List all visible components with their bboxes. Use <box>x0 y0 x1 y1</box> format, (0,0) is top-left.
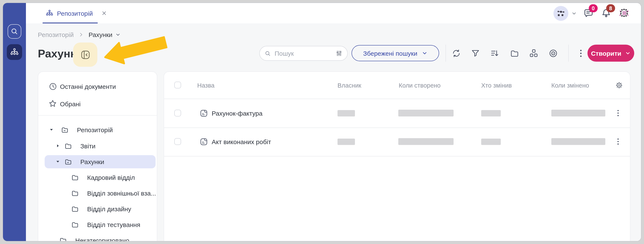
apps-logo-button[interactable] <box>618 7 630 19</box>
table-divider <box>164 156 630 156</box>
saved-searches-button[interactable]: Збережені пошуки <box>352 45 439 61</box>
sidebar-item-recent-documents[interactable]: Останні документи <box>38 80 157 93</box>
notifications-badge: 8 <box>606 4 615 12</box>
tab-bar: Репозиторій <box>26 3 641 24</box>
tree-item-label: Відділ дизайну <box>87 205 131 212</box>
create-button[interactable]: Створити <box>588 45 634 62</box>
tree-item-uncategorized[interactable]: Некатегоризовано <box>38 234 157 241</box>
folder-open-icon <box>61 126 69 134</box>
content-area: Репозиторій Рахунки Рахунки <box>26 24 641 241</box>
caret-down-icon[interactable] <box>49 127 54 132</box>
repository-module-button[interactable] <box>7 44 22 60</box>
tree-item-label: Відділ тестування <box>87 221 140 228</box>
search-icon <box>10 27 19 36</box>
messages-button[interactable]: 0 <box>583 8 594 19</box>
folder-icon <box>71 220 79 228</box>
tab-label: Репозиторій <box>57 10 93 17</box>
notifications-button[interactable]: 8 <box>601 8 612 19</box>
chevron-down-icon <box>422 50 428 56</box>
tree-item-label: Звіти <box>80 142 96 150</box>
clock-icon <box>48 82 58 91</box>
breadcrumb: Репозиторій Рахунки <box>38 31 121 38</box>
column-header-modified-by[interactable]: Хто змінив <box>481 72 512 98</box>
row-checkbox[interactable] <box>174 110 181 116</box>
collapse-panel-button[interactable] <box>73 42 97 67</box>
navigation-panel: Останні документи Обрані Репозиторій Зві… <box>38 72 157 241</box>
tab-repository[interactable]: Репозиторій <box>46 3 107 24</box>
folder-icon <box>71 173 79 181</box>
row-menu-kebab-icon[interactable] <box>614 109 622 117</box>
tree-item-label: Рахунки <box>80 158 104 165</box>
org-chart-icon <box>10 48 19 57</box>
panel-divider <box>38 115 157 116</box>
global-search-button[interactable] <box>8 24 21 39</box>
caret-down-icon[interactable] <box>55 159 60 164</box>
placeholder-bar <box>481 110 501 116</box>
search-icon <box>264 50 271 57</box>
tree-item-repository[interactable]: Репозиторій <box>38 123 157 136</box>
select-all-checkbox[interactable] <box>174 82 181 88</box>
placeholder-bar <box>398 138 454 145</box>
tree-item-label: Некатегоризовано <box>75 236 129 241</box>
chevron-right-icon <box>78 32 84 38</box>
breadcrumb-current[interactable]: Рахунки <box>89 31 121 38</box>
app-window: Репозиторій <box>3 3 641 241</box>
folder-view-button[interactable] <box>510 48 520 58</box>
breadcrumb-parent[interactable]: Репозиторій <box>38 31 74 38</box>
more-actions-button[interactable] <box>576 48 586 58</box>
table-divider <box>164 128 630 128</box>
search-input[interactable] <box>274 50 332 57</box>
create-button-label: Створити <box>591 50 622 57</box>
placeholder-bar <box>481 138 501 145</box>
placeholder-bar <box>398 110 454 116</box>
documents-table: Назва Власник Коли створено Хто змінив К… <box>164 72 630 241</box>
folder-icon <box>71 205 79 213</box>
table-divider <box>164 98 630 99</box>
tab-close-icon[interactable] <box>102 10 107 16</box>
tree-item-invoices-selected[interactable]: Рахунки <box>38 155 157 168</box>
watch-button[interactable] <box>548 48 558 58</box>
tree-item-reports[interactable]: Звіти <box>38 140 157 152</box>
column-header-modified[interactable]: Коли змінено <box>551 72 589 98</box>
tree-item-label: Репозиторій <box>77 126 113 133</box>
refresh-button[interactable] <box>452 48 461 58</box>
breadcrumb-current-label: Рахунки <box>89 31 112 38</box>
placeholder-bar <box>338 110 355 116</box>
screenshot-stage: Репозиторій <box>0 0 644 244</box>
tree-item-external-department[interactable]: Відділ зовнішньої вза... <box>38 186 157 199</box>
column-header-name[interactable]: Назва <box>197 72 214 98</box>
tree-item-hr-department[interactable]: Кадровий відділ <box>38 171 157 184</box>
left-rail <box>3 3 26 241</box>
document-name[interactable]: Рахунок-фактура <box>212 110 262 117</box>
panel-collapse-icon <box>80 49 91 60</box>
column-header-owner[interactable]: Власник <box>338 72 361 98</box>
messages-badge: 0 <box>589 4 598 12</box>
folder-icon <box>71 189 79 197</box>
avatar <box>554 6 568 20</box>
tree-item-design-department[interactable]: Відділ дизайну <box>38 202 157 215</box>
sort-button[interactable] <box>490 48 500 58</box>
search-filters-icon[interactable] <box>336 50 342 57</box>
org-chart-icon <box>46 9 54 17</box>
tree-item-testing-department[interactable]: Відділ тестування <box>38 218 157 231</box>
placeholder-bar <box>551 138 605 145</box>
document-icon <box>199 137 208 146</box>
document-name[interactable]: Акт виконаних робіт <box>212 138 271 146</box>
account-menu[interactable] <box>554 6 577 20</box>
toolbar-divider <box>568 45 569 62</box>
sidebar-item-favorites[interactable]: Обрані <box>38 97 157 110</box>
row-checkbox[interactable] <box>174 138 181 145</box>
sidebar-item-label: Останні документи <box>60 83 116 90</box>
folder-open-icon <box>64 158 72 166</box>
column-header-created[interactable]: Коли створено <box>399 72 440 98</box>
table-settings-gear-icon[interactable] <box>615 81 623 89</box>
filter-button[interactable] <box>470 48 480 58</box>
saved-searches-label: Збережені пошуки <box>363 50 418 57</box>
chevron-down-icon <box>116 32 121 38</box>
document-icon <box>199 109 208 118</box>
caret-right-icon[interactable] <box>55 143 60 148</box>
workflow-avatar-icon <box>556 9 565 18</box>
hierarchy-view-button[interactable] <box>529 48 538 58</box>
toolbar-divider <box>446 45 446 62</box>
row-menu-kebab-icon[interactable] <box>614 137 622 146</box>
